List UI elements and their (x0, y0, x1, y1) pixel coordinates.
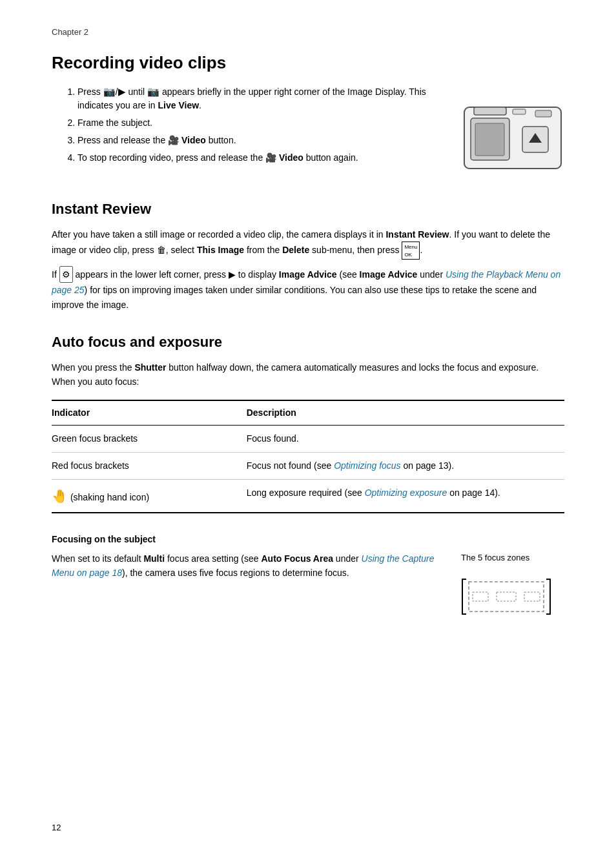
svg-rect-10 (473, 592, 488, 601)
camera-icon: 📷 (103, 86, 116, 97)
indicator-green: Green focus brackets (52, 425, 247, 452)
table-row: Red focus brackets Focus not found (see … (52, 452, 564, 479)
image-advice-bold2: Image Advice (360, 269, 418, 280)
image-advice-icon: ⚙ (59, 266, 73, 283)
capture-menu-link[interactable]: Using the Capture Menu on page 18 (52, 553, 434, 578)
chapter-label: Chapter 2 (52, 26, 564, 39)
description-shaking: Long exposure required (see Optimizing e… (247, 479, 564, 513)
indicator-red: Red focus brackets (52, 452, 247, 479)
this-image-bold: This Image (197, 245, 244, 255)
focusing-text: When set to its default Multi focus area… (52, 551, 442, 587)
menu-ok-icon: MenuOK (402, 242, 420, 260)
video-icon: ▶ (118, 86, 126, 97)
table-header-indicator: Indicator (52, 400, 247, 426)
table-row: 🤚 (shaking hand icon) Long exposure requ… (52, 479, 564, 513)
step-3: Press and release the 🎥 Video button. (77, 134, 448, 147)
delete-bold: Delete (282, 245, 309, 255)
auto-focus-area-bold: Auto Focus Area (261, 553, 333, 564)
instant-review-para1: After you have taken a still image or re… (52, 227, 564, 260)
auto-focus-title: Auto focus and exposure (52, 331, 564, 353)
camera-icon2: 📷 (147, 86, 159, 97)
focus-zones-svg (461, 574, 551, 619)
instant-review-section: Instant Review After you have taken a st… (52, 198, 564, 313)
svg-rect-6 (535, 110, 551, 117)
video-bold: Video (181, 135, 206, 145)
svg-rect-3 (475, 123, 504, 156)
instant-review-title: Instant Review (52, 198, 564, 220)
camera-diagram (461, 104, 564, 179)
step-2: Frame the subject. (77, 116, 448, 130)
video-btn-icon: 🎥 (168, 135, 179, 145)
auto-focus-section: Auto focus and exposure When you press t… (52, 331, 564, 513)
image-advice-bold1: Image Advice (279, 269, 337, 280)
video-btn-icon2: 🎥 (265, 152, 276, 163)
svg-rect-1 (474, 107, 506, 115)
optimizing-exposure-link[interactable]: Optimizing exposure (365, 488, 447, 498)
page-number: 12 (52, 821, 61, 834)
optimizing-focus-link[interactable]: Optimizing focus (334, 460, 400, 471)
recording-steps: Press 📷/▶ until 📷 appears briefly in the… (77, 85, 448, 165)
focusing-title: Focusing on the subject (52, 533, 564, 546)
focus-diagram: The 5 focus zones (461, 551, 564, 624)
shaking-hand-label: (shaking hand icon) (70, 492, 149, 502)
shaking-hand-icon: 🤚 (52, 486, 68, 506)
focus-table: Indicator Description Green focus bracke… (52, 400, 564, 513)
focus-section-content: When set to its default Multi focus area… (52, 551, 564, 624)
svg-rect-7 (513, 109, 526, 114)
table-row: Green focus brackets Focus found. (52, 425, 564, 452)
recording-section: Recording video clips Press 📷/▶ until 📷 … (52, 50, 564, 179)
recording-text: Press 📷/▶ until 📷 appears briefly in the… (52, 85, 448, 172)
svg-rect-8 (469, 582, 544, 611)
focusing-section: Focusing on the subject When set to its … (52, 533, 564, 624)
auto-focus-intro: When you press the Shutter button halfwa… (52, 360, 564, 389)
instant-review-bold: Instant Review (385, 229, 449, 240)
description-green: Focus found. (247, 425, 564, 452)
trash-icon: 🗑 (157, 245, 166, 255)
step-4: To stop recording video, press and relea… (77, 151, 448, 165)
multi-bold: Multi (143, 553, 165, 564)
instant-review-para2: If ⚙ appears in the lower left corner, p… (52, 266, 564, 312)
focus-zones-label: The 5 focus zones (461, 551, 564, 564)
shutter-bold: Shutter (134, 362, 166, 373)
camera-svg (461, 104, 564, 175)
recording-title: Recording video clips (52, 50, 564, 76)
indicator-shaking: 🤚 (shaking hand icon) (52, 479, 247, 513)
svg-rect-9 (497, 592, 516, 601)
live-view-bold: Live View (158, 100, 200, 110)
table-header-description: Description (247, 400, 564, 426)
step-1: Press 📷/▶ until 📷 appears briefly in the… (77, 85, 448, 113)
video-bold2: Video (279, 152, 303, 163)
focusing-para: When set to its default Multi focus area… (52, 551, 442, 581)
svg-rect-11 (524, 592, 540, 601)
description-red: Focus not found (see Optimizing focus on… (247, 452, 564, 479)
